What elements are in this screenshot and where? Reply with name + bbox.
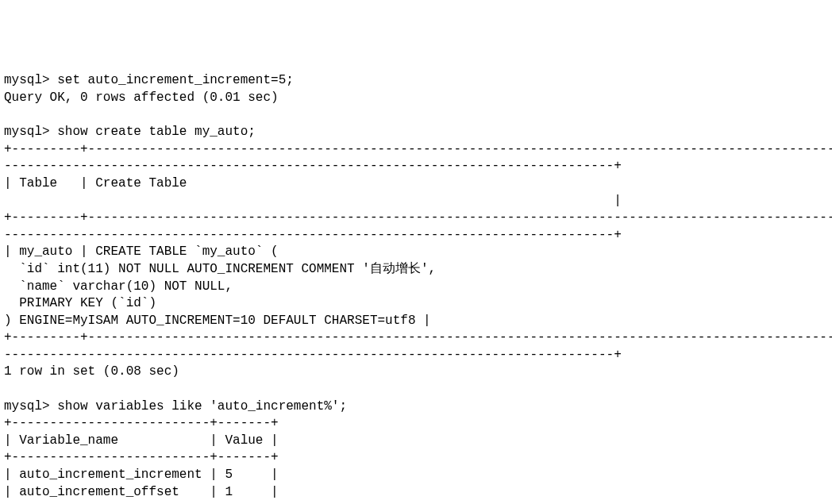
line: ----------------------------------------… [4, 228, 622, 242]
line: 1 row in set (0.08 sec) [4, 364, 179, 379]
line: mysql> set auto_increment_increment=5; [4, 73, 294, 87]
line: ) ENGINE=MyISAM AUTO_INCREMENT=10 DEFAUL… [4, 314, 431, 328]
line: PRIMARY KEY (`id`) [4, 296, 156, 310]
line: | [4, 194, 622, 208]
terminal-output: mysql> set auto_increment_increment=5; Q… [4, 72, 828, 504]
line: +---------+-----------------------------… [4, 142, 832, 156]
line: | my_auto | CREATE TABLE `my_auto` ( [4, 244, 279, 259]
line: `name` varchar(10) NOT NULL, [4, 279, 233, 294]
line: +---------+-----------------------------… [4, 330, 832, 344]
line: +--------------------------+-------+ [4, 450, 279, 464]
line: Query OK, 0 rows affected (0.01 sec) [4, 90, 279, 105]
line: | auto_increment_increment | 5 | [4, 467, 279, 482]
line: ----------------------------------------… [4, 348, 622, 362]
line: +--------------------------+-------+ [4, 416, 279, 430]
line: | auto_increment_offset | 1 | [4, 485, 279, 499]
line: | Table | Create Table [4, 176, 187, 190]
line: +---------+-----------------------------… [4, 210, 832, 225]
line: ----------------------------------------… [4, 159, 622, 173]
line: mysql> show create table my_auto; [4, 125, 256, 139]
line: | Variable_name | Value | [4, 433, 279, 448]
line: mysql> show variables like 'auto_increme… [4, 399, 347, 414]
line: `id` int(11) NOT NULL AUTO_INCREMENT COM… [4, 262, 436, 276]
